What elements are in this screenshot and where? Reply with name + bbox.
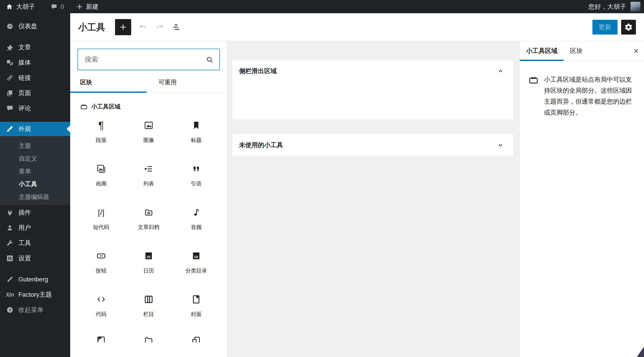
sidebar-item-media[interactable]: 媒体: [0, 55, 70, 70]
archives-icon: [144, 207, 154, 218]
link-icon: [6, 74, 14, 82]
block-item-image[interactable]: 图像: [125, 120, 172, 144]
list-view-button[interactable]: [172, 22, 182, 32]
block-label: 图像: [143, 136, 154, 144]
sidebar-item-collapse-menu[interactable]: 收起菜单: [0, 302, 70, 318]
widget-area-empty-body[interactable]: [232, 82, 513, 116]
block-item-file[interactable]: [125, 335, 172, 342]
block-item-shortcode[interactable]: [/] 短代码: [77, 207, 125, 231]
sidebar-item-label: 用户: [18, 224, 31, 232]
sidebar-item-label: 外观: [18, 125, 31, 133]
quote-icon: [191, 164, 201, 174]
sidebar-item-dashboard[interactable]: 仪表盘: [0, 18, 70, 34]
xin-logo-icon: Xin: [6, 290, 14, 299]
settings-gear-button[interactable]: [621, 20, 636, 34]
brush-icon: [6, 125, 14, 133]
widget-area-icon: [528, 75, 538, 118]
submenu-item-menus[interactable]: 菜单: [0, 165, 70, 178]
block-label: 引语: [191, 180, 202, 187]
block-item-button[interactable]: 按钮: [77, 250, 125, 274]
current-menu-arrow: [66, 125, 70, 132]
block-item-quote[interactable]: 引语: [172, 164, 220, 187]
undo-button[interactable]: [138, 22, 148, 32]
sidebar-item-gutenberg[interactable]: Gutenberg: [0, 272, 70, 287]
new-content-menu[interactable]: 新建: [71, 0, 104, 13]
block-item-calendar[interactable]: 日历: [125, 250, 172, 274]
sidebar-item-xin-factory-theme[interactable]: Xin Factory主题: [0, 287, 70, 302]
sidebar-item-plugins[interactable]: 插件: [0, 205, 70, 220]
block-item-media-text[interactable]: [172, 335, 220, 342]
tab-widget-area[interactable]: 小工具区域: [520, 41, 564, 61]
close-settings-button[interactable]: [628, 41, 644, 61]
comments-shortcut[interactable]: 0: [46, 0, 69, 13]
block-item-paragraph[interactable]: ¶ 段落: [77, 120, 125, 144]
sidebar-item-label: 媒体: [18, 58, 31, 67]
block-item-columns[interactable]: 栏目: [125, 294, 172, 318]
block-label: 画廊: [96, 180, 106, 187]
block-label: 文章归档: [138, 224, 160, 231]
tab-reusable[interactable]: 可重用: [149, 78, 227, 92]
block-item-list[interactable]: 列表: [125, 164, 172, 187]
widget-area-header[interactable]: 侧栏滑出区域: [232, 60, 513, 82]
code-icon: [96, 294, 106, 305]
dashboard-icon: [6, 22, 14, 30]
block-item-custom-html[interactable]: [77, 335, 125, 342]
tab-block[interactable]: 区块: [564, 41, 589, 61]
sidebar-item-posts[interactable]: 文章: [0, 40, 70, 55]
sidebar-item-tools[interactable]: 工具: [0, 236, 70, 251]
sidebar-item-links[interactable]: 链接: [0, 70, 70, 86]
block-inserter-toggle-button[interactable]: [115, 19, 131, 35]
new-label: 新建: [86, 2, 99, 11]
site-menu[interactable]: 大胡子: [0, 0, 40, 13]
sidebar-item-label: 页面: [18, 89, 31, 97]
submenu-item-theme-editor[interactable]: 主题编辑器: [0, 190, 70, 203]
block-item-gallery[interactable]: 画廊: [77, 164, 125, 187]
inactive-widgets-header[interactable]: 未使用的小工具: [232, 134, 513, 156]
page-title: 小工具: [78, 21, 105, 34]
block-grid: ¶ 段落 图像 标题: [70, 120, 227, 318]
inactive-widgets-card: 未使用的小工具: [232, 134, 514, 156]
sidebar-item-comments[interactable]: 评论: [0, 101, 70, 116]
block-item-archives[interactable]: 文章归档: [125, 207, 172, 231]
tab-label: 小工具区域: [526, 47, 558, 55]
calendar-icon: [144, 250, 154, 261]
widget-area-description-block: 小工具区域是站点布局中可以支持区块的全局部分。这些区域因主题而异，但通常都是您的…: [520, 61, 644, 118]
submenu-item-themes[interactable]: 主题: [0, 139, 70, 152]
comment-bubble-icon: [51, 3, 58, 10]
chevron-down-icon: [497, 141, 504, 149]
sidebar-item-pages[interactable]: 页面: [0, 86, 70, 101]
avatar: [630, 2, 640, 12]
admin-menu: 仪表盘 文章 媒体 链接 页面 评论: [0, 13, 70, 357]
block-label: 分类目录: [186, 267, 207, 274]
file-icon: [144, 335, 154, 342]
close-icon: [633, 48, 640, 54]
sidebar-item-users[interactable]: 用户: [0, 220, 70, 236]
block-item-cover[interactable]: 封面: [172, 294, 220, 318]
block-item-categories[interactable]: 分类目录: [172, 250, 220, 274]
chevron-up-icon: [497, 67, 504, 75]
sidebar-item-settings[interactable]: 设置: [0, 251, 70, 266]
active-tab-underline: [70, 92, 146, 93]
submenu-item-widgets[interactable]: 小工具: [0, 178, 70, 190]
block-item-heading[interactable]: 标题: [172, 120, 220, 144]
user-icon: [6, 224, 14, 232]
update-button[interactable]: 更新: [592, 20, 618, 34]
redo-button[interactable]: [154, 22, 165, 32]
home-icon: [6, 3, 13, 10]
block-label: 日历: [143, 267, 154, 274]
sidebar-item-label: Gutenberg: [18, 276, 48, 283]
search-input[interactable]: [78, 49, 220, 70]
tab-blocks[interactable]: 区块: [70, 78, 149, 92]
block-item-audio[interactable]: 音频: [172, 207, 220, 231]
my-account[interactable]: 您好，大胡子: [584, 0, 644, 13]
settings-sidebar: 小工具区域 区块 小工具区域是站点布局中可以支持区块的全局部分。这些区域因主题而…: [520, 41, 644, 357]
block-inserter-panel: 区块 可重用 小工具区域 ¶ 段落: [70, 41, 227, 357]
sidebar-item-appearance[interactable]: 外观: [0, 122, 70, 136]
comment-icon: [6, 104, 14, 112]
audio-note-icon: [191, 207, 201, 218]
submenu-item-customize[interactable]: 自定义: [0, 152, 70, 165]
shortcode-icon: [/]: [98, 207, 104, 218]
editor-workspace: 区块 可重用 小工具区域 ¶ 段落: [70, 41, 644, 357]
widget-area-card: 侧栏滑出区域: [232, 60, 514, 120]
block-item-code[interactable]: 代码: [77, 294, 125, 318]
